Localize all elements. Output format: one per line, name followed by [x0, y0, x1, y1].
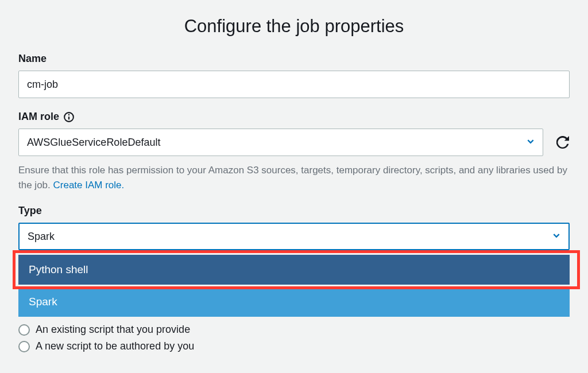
- refresh-icon[interactable]: [556, 135, 570, 149]
- radio-new-script[interactable]: A new script to be authored by you: [18, 338, 570, 355]
- type-select[interactable]: Spark: [18, 223, 570, 250]
- iam-role-select[interactable]: AWSGlueServiceRoleDefault: [18, 129, 543, 156]
- script-source-radios: An existing script that you provide A ne…: [18, 321, 570, 355]
- svg-rect-1: [68, 116, 69, 119]
- chevron-down-icon: [527, 137, 535, 149]
- iam-role-value: AWSGlueServiceRoleDefault: [27, 137, 160, 149]
- type-select-value: Spark: [28, 231, 55, 243]
- type-dropdown: Python shell Spark: [18, 255, 570, 317]
- chevron-down-icon: [552, 231, 560, 243]
- iam-role-helper: Ensure that this role has permission to …: [18, 163, 570, 192]
- name-label: Name: [18, 53, 570, 65]
- type-field: Type Spark Python shell Spark An existin…: [18, 205, 570, 355]
- radio-icon: [18, 324, 30, 336]
- create-iam-role-link[interactable]: Create IAM role.: [53, 180, 125, 191]
- iam-role-field: IAM role AWSGlueServiceRoleDefault Ensur…: [18, 111, 570, 192]
- name-field: Name: [18, 53, 570, 98]
- radio-label: A new script to be authored by you: [36, 340, 194, 352]
- radio-label: An existing script that you provide: [36, 324, 190, 336]
- info-icon[interactable]: [64, 112, 74, 122]
- type-option-python-shell[interactable]: Python shell: [18, 255, 570, 285]
- iam-role-label: IAM role: [18, 111, 59, 123]
- iam-role-label-row: IAM role: [18, 111, 570, 123]
- radio-icon: [18, 341, 30, 352]
- type-option-spark[interactable]: Spark: [18, 287, 570, 317]
- page-title: Configure the job properties: [18, 16, 570, 37]
- svg-point-2: [68, 114, 69, 115]
- radio-existing-script[interactable]: An existing script that you provide: [18, 321, 570, 338]
- name-input[interactable]: [18, 71, 570, 98]
- type-label: Type: [18, 205, 570, 217]
